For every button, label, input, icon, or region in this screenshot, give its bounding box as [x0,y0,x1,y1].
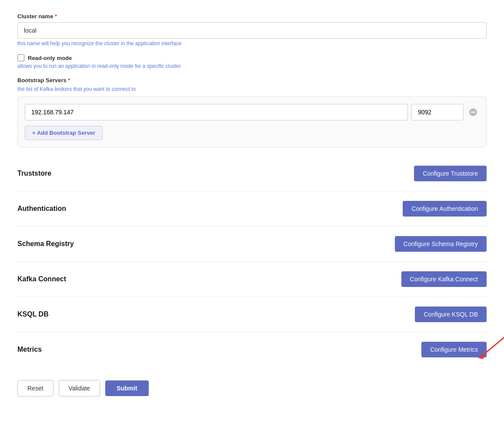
bootstrap-servers-group: Bootstrap Servers * the list of Kafka br… [17,77,487,147]
metrics-row: Metrics Configure Metrics [17,332,487,367]
bootstrap-servers-box: + Add Bootstrap Server [17,97,487,147]
cluster-name-label-text: Cluster name [17,13,53,20]
metrics-label: Metrics [17,346,42,353]
configure-ksql-db-button[interactable]: Configure KSQL DB [415,307,487,322]
ksql-db-row: KSQL DB Configure KSQL DB [17,297,487,332]
configure-schema-registry-button[interactable]: Configure Schema Registry [395,236,487,252]
cluster-name-label: Cluster name * [17,13,487,20]
add-bootstrap-server-button[interactable]: + Add Bootstrap Server [25,126,103,140]
kafka-connect-label: Kafka Connect [17,275,66,283]
server-row [25,104,479,120]
submit-button[interactable]: Submit [105,380,148,396]
readonly-label[interactable]: Read-only mode [28,55,72,61]
action-row: Reset Validate Submit [17,380,487,397]
truststore-label: Truststore [17,170,51,177]
ksql-db-label: KSQL DB [17,310,49,318]
kafka-connect-row: Kafka Connect Configure Kafka Connect [17,262,487,297]
readonly-checkbox[interactable] [17,54,24,61]
readonly-mode-group: Read-only mode allows you to run an appl… [17,54,487,69]
authentication-row: Authentication Configure Authentication [17,191,487,227]
cluster-name-group: Cluster name * this name will help you r… [17,13,487,47]
configure-authentication-button[interactable]: Configure Authentication [403,201,487,217]
schema-registry-label: Schema Registry [17,240,74,248]
readonly-hint: allows you to run an application in read… [17,63,487,69]
server-host-input[interactable] [25,104,408,120]
server-port-input[interactable] [411,104,464,120]
validate-button[interactable]: Validate [59,380,100,397]
configure-truststore-button[interactable]: Configure Truststore [414,166,487,181]
configure-metrics-button[interactable]: Configure Metrics [421,342,487,357]
config-sections: Truststore Configure Truststore Authenti… [17,156,487,367]
readonly-checkbox-row: Read-only mode [17,54,487,61]
required-marker: * [55,13,57,20]
bootstrap-servers-label-text: Bootstrap Servers [17,77,67,83]
cluster-name-hint: this name will help you recognize the cl… [17,40,487,47]
reset-button[interactable]: Reset [17,380,53,397]
remove-icon [469,108,477,117]
bootstrap-required-marker: * [68,77,70,83]
configure-kafka-connect-button[interactable]: Configure Kafka Connect [401,271,487,287]
schema-registry-row: Schema Registry Configure Schema Registr… [17,227,487,262]
cluster-name-input[interactable] [17,22,487,39]
truststore-row: Truststore Configure Truststore [17,156,487,191]
authentication-label: Authentication [17,205,66,213]
bootstrap-servers-label: Bootstrap Servers * [17,77,487,83]
bootstrap-servers-hint: the list of Kafka brokers that you want … [17,86,487,92]
remove-server-button[interactable] [467,106,479,118]
